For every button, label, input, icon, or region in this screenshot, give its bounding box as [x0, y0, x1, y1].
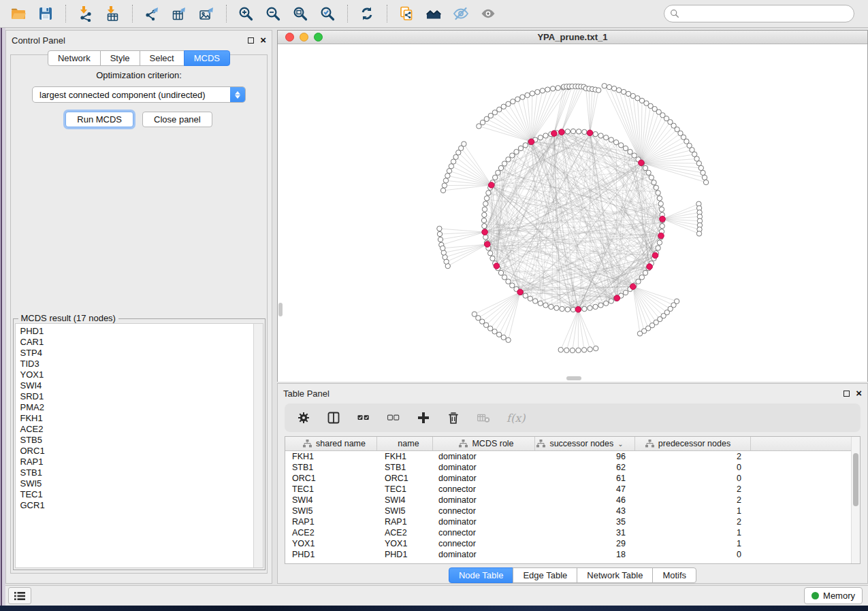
network-node[interactable] — [510, 283, 515, 288]
column-header-shared-name[interactable]: shared name — [285, 437, 377, 450]
network-node[interactable] — [501, 335, 506, 340]
network-node[interactable] — [510, 153, 515, 158]
network-dominator-node[interactable] — [482, 229, 488, 235]
mcds-result-item[interactable]: YOX1 — [20, 369, 253, 380]
table-row[interactable]: ACE2ACE2connector311 — [285, 527, 860, 538]
network-node[interactable] — [626, 91, 630, 96]
network-node[interactable] — [498, 270, 503, 275]
network-node[interactable] — [659, 207, 664, 212]
table-row[interactable]: RAP1RAP1dominator352 — [285, 516, 860, 527]
network-dominator-node[interactable] — [614, 295, 620, 301]
show-columns-button[interactable] — [327, 410, 340, 426]
network-node[interactable] — [623, 146, 628, 150]
network-node[interactable] — [696, 231, 701, 236]
network-node[interactable] — [482, 212, 487, 217]
first-neighbors-button[interactable] — [424, 3, 445, 24]
network-node[interactable] — [698, 165, 703, 170]
tab-select[interactable]: Select — [140, 50, 184, 66]
network-node[interactable] — [497, 107, 502, 112]
mcds-result-item[interactable]: GCR1 — [20, 500, 253, 511]
tab-network-table[interactable]: Network Table — [577, 567, 653, 583]
table-row[interactable]: YOX1YOX1connector291 — [285, 538, 860, 549]
network-node[interactable] — [515, 97, 520, 101]
optimization-criterion-select[interactable]: largest connected component (undirected) — [32, 86, 246, 103]
network-node[interactable] — [565, 307, 570, 312]
network-dominator-node[interactable] — [517, 289, 524, 295]
task-history-button[interactable] — [8, 587, 31, 604]
add-column-button[interactable] — [417, 410, 430, 426]
mcds-result-item[interactable]: STP4 — [20, 348, 253, 359]
network-node[interactable] — [549, 304, 553, 309]
network-dominator-node[interactable] — [575, 307, 581, 313]
mcds-list-scrollbar[interactable] — [253, 324, 263, 567]
network-node[interactable] — [437, 226, 442, 231]
network-node[interactable] — [582, 129, 587, 134]
network-dominator-node[interactable] — [489, 182, 495, 188]
network-vertical-scrollbar[interactable] — [278, 303, 283, 316]
network-node[interactable] — [488, 326, 493, 331]
network-node[interactable] — [520, 95, 525, 99]
import-table-button[interactable] — [103, 3, 123, 24]
network-node[interactable] — [696, 161, 701, 165]
network-node[interactable] — [604, 301, 609, 306]
network-node[interactable] — [588, 347, 592, 352]
network-node[interactable] — [621, 89, 626, 94]
table-row[interactable]: SWI4SWI4dominator462 — [285, 495, 860, 506]
column-header-predecessor-nodes[interactable]: predecessor nodes — [635, 437, 751, 450]
network-node[interactable] — [502, 275, 507, 280]
network-node[interactable] — [486, 191, 491, 195]
column-header-successor-nodes[interactable]: successor nodes ⌄ — [535, 437, 635, 450]
delete-column-button[interactable] — [447, 410, 460, 426]
network-node[interactable] — [558, 347, 563, 352]
search-input[interactable] — [684, 8, 848, 20]
table-row[interactable]: TEC1TEC1connector472 — [285, 484, 860, 495]
network-node[interactable] — [501, 104, 506, 109]
network-node[interactable] — [472, 312, 477, 316]
open-session-button[interactable] — [9, 3, 29, 24]
network-dominator-node[interactable] — [660, 216, 666, 222]
network-node[interactable] — [701, 170, 705, 175]
column-header-mcds-role[interactable]: MCDS role — [433, 437, 535, 450]
mcds-result-item[interactable]: PMA2 — [20, 402, 253, 413]
network-node[interactable] — [535, 90, 540, 95]
mcds-result-item[interactable]: FKH1 — [20, 413, 253, 424]
network-canvas[interactable] — [278, 44, 867, 382]
network-node[interactable] — [657, 240, 662, 245]
table-scrollbar-thumb[interactable] — [853, 453, 858, 506]
network-node[interactable] — [598, 303, 603, 308]
network-node[interactable] — [556, 86, 560, 90]
float-panel-icon[interactable] — [248, 37, 254, 44]
mcds-result-item[interactable]: SRD1 — [20, 391, 253, 402]
network-node[interactable] — [613, 140, 618, 145]
mcds-result-item[interactable]: STB5 — [20, 435, 253, 446]
network-node[interactable] — [502, 161, 507, 166]
network-node[interactable] — [628, 149, 632, 154]
network-node[interactable] — [496, 332, 501, 337]
network-node[interactable] — [483, 235, 488, 240]
network-node[interactable] — [649, 175, 654, 180]
network-dominator-node[interactable] — [630, 284, 637, 290]
table-row[interactable]: ORC1ORC1dominator610 — [285, 473, 860, 484]
network-node[interactable] — [570, 348, 575, 352]
network-node[interactable] — [560, 306, 564, 311]
tab-network[interactable]: Network — [48, 50, 101, 66]
network-node[interactable] — [588, 306, 592, 310]
network-node[interactable] — [482, 224, 487, 229]
network-node[interactable] — [443, 178, 448, 183]
mcds-result-item[interactable]: ACE2 — [20, 424, 253, 435]
network-node[interactable] — [538, 301, 543, 306]
mcds-result-item[interactable]: PHD1 — [20, 326, 253, 337]
network-node[interactable] — [481, 218, 486, 222]
network-node[interactable] — [609, 299, 613, 303]
network-node[interactable] — [545, 87, 550, 92]
network-dominator-node[interactable] — [559, 129, 565, 135]
memory-button[interactable]: Memory — [804, 587, 863, 604]
network-node[interactable] — [660, 224, 664, 229]
mcds-result-item[interactable]: ORC1 — [20, 446, 253, 457]
table-row[interactable]: FKH1FKH1dominator962 — [285, 451, 860, 462]
network-node[interactable] — [496, 170, 500, 175]
network-node[interactable] — [646, 170, 651, 175]
network-node[interactable] — [488, 251, 493, 256]
network-node[interactable] — [576, 348, 581, 352]
table-row[interactable]: STB1STB1dominator620 — [285, 462, 860, 473]
